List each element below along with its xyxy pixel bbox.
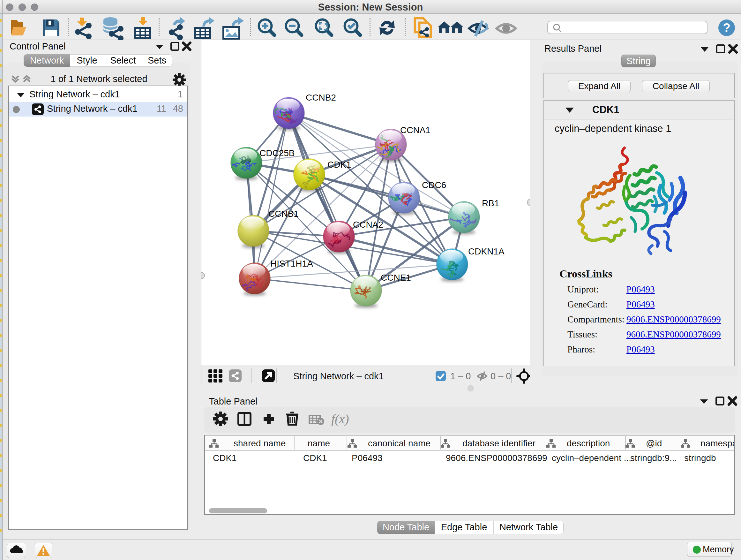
svg-text:stringdb:9...: stringdb:9... xyxy=(630,453,677,463)
svg-text:RB1: RB1 xyxy=(482,198,499,208)
svg-text:name: name xyxy=(308,438,330,448)
svg-text:CCNE1: CCNE1 xyxy=(381,273,411,283)
svg-text:cyclin–dependent ...: cyclin–dependent ... xyxy=(552,453,631,463)
svg-text:0 – 0: 0 – 0 xyxy=(490,371,511,381)
svg-text:stringdb: stringdb xyxy=(684,453,716,463)
svg-text:description: description xyxy=(567,438,610,448)
svg-text:CDK1: CDK1 xyxy=(327,160,351,170)
svg-text:CDC25B: CDC25B xyxy=(259,148,294,158)
svg-text:P06493: P06493 xyxy=(352,453,383,463)
svg-text:shared name: shared name xyxy=(233,438,286,448)
svg-text:CDK1: CDK1 xyxy=(303,453,327,463)
svg-text:CCNA2: CCNA2 xyxy=(353,220,383,230)
svg-text:9606.ENSP00000378699: 9606.ENSP00000378699 xyxy=(446,453,547,463)
svg-text:CDK1: CDK1 xyxy=(213,453,237,463)
svg-text:HIST1H1A: HIST1H1A xyxy=(270,259,313,268)
svg-text:CCNA1: CCNA1 xyxy=(400,125,430,135)
svg-text:database identifier: database identifier xyxy=(462,438,536,448)
svg-text:namespace: namespace xyxy=(700,438,734,448)
svg-text:?: ? xyxy=(723,21,730,35)
svg-text:String Network – cdk1: String Network – cdk1 xyxy=(293,371,384,381)
svg-text:CCNB1: CCNB1 xyxy=(268,209,299,219)
svg-text:canonical name: canonical name xyxy=(368,438,430,448)
svg-text:f(x): f(x) xyxy=(331,412,349,426)
svg-text:CDKN1A: CDKN1A xyxy=(468,246,504,256)
svg-text:1 – 0: 1 – 0 xyxy=(450,371,471,381)
svg-text:CDC6: CDC6 xyxy=(422,180,446,190)
svg-text:CCNB2: CCNB2 xyxy=(306,92,336,103)
svg-text:@id: @id xyxy=(646,438,662,448)
